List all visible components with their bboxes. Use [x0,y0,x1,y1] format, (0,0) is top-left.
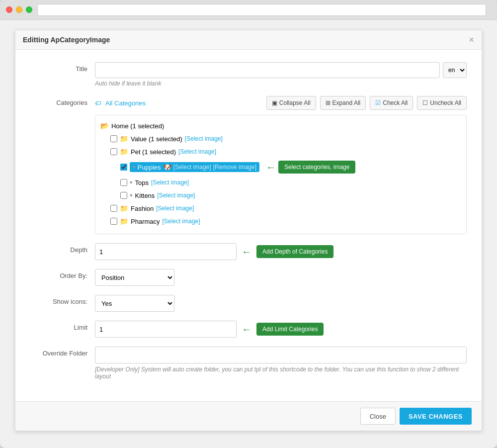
override-hint: [Developer Only] System will auto create… [95,366,467,380]
puppies-remove-image-link[interactable]: [Remove image] [213,164,256,171]
dot-icon-kittens: • [130,191,133,199]
lang-select[interactable]: en [443,62,467,78]
show-icons-content: Yes No [95,295,467,312]
override-folder-row: Override Folder [Developer Only] System … [30,347,467,380]
tops-select-image-link[interactable]: [Select image] [151,179,189,186]
kittens-select-image-link[interactable]: [Select image] [157,192,195,199]
close-button[interactable]: Close [360,408,396,425]
title-input-group: en [95,62,467,78]
modal-close-button[interactable]: × [469,35,474,44]
modal-wrapper: Editting ApCategoryImage × Title en [0,20,497,441]
modal-footer: Close SAVE CHANGES [15,401,482,431]
show-icons-label: Show icons: [30,295,95,305]
tag-icon: 🏷 [95,99,101,107]
folder-icon-value: 📁 [120,135,128,143]
modal-body: Title en Auto hide if leave it blank Cat… [15,50,482,401]
collapse-all-button[interactable]: ▣ Collapse All [266,96,316,110]
limit-tooltip-box: Add Limit Categories [256,323,324,336]
kittens-checkbox[interactable] [120,192,127,199]
minimize-window-button[interactable] [16,6,22,13]
pharmacy-select-image-link[interactable]: [Select image] [163,218,200,225]
title-row: Title en Auto hide if leave it blank [30,62,467,87]
puppy-icon: 🐶 [163,163,171,171]
app-window: Editting ApCategoryImage × Title en [0,0,497,448]
override-folder-input[interactable] [95,347,467,363]
expand-all-button[interactable]: ⊞ Expand All [320,96,366,110]
uncheck-icon: ☐ [422,99,428,106]
categories-content: 🏷 All Categories ▣ Collapse All ⊞ Expand… [95,96,467,234]
all-categories-link[interactable]: All Categories [105,99,146,107]
title-input[interactable] [95,62,440,78]
plus-icon: ⊞ [326,99,331,106]
category-tree: 📂 Home (1 selected) 📁 Value (1 selected)… [95,115,467,234]
maximize-window-button[interactable] [26,6,32,13]
pet-checkbox[interactable] [110,148,117,155]
override-folder-label: Override Folder [30,347,95,357]
puppies-checkbox[interactable] [120,164,127,171]
home-row: 📂 Home (1 selected) [100,120,461,131]
pharmacy-checkbox[interactable] [110,218,117,225]
fashion-checkbox[interactable] [110,205,117,212]
tops-row: • Tops [Select image] [100,177,461,188]
modal-header: Editting ApCategoryImage × [15,30,482,50]
limit-input[interactable] [95,321,237,338]
depth-content: ← Add Depth of Categories [95,243,467,260]
folder-icon-home: 📂 [100,122,109,130]
dot-icon-tops: • [130,179,133,186]
pet-row: 📁 Pet (1 selected) [Select image] [100,146,461,157]
tops-checkbox[interactable] [120,179,127,186]
title-hint: Auto hide if leave it blank [95,80,467,87]
depth-input[interactable] [95,243,237,260]
order-by-select[interactable]: Position Name ID [95,269,174,286]
url-bar[interactable] [37,4,486,16]
modal-title: Editting ApCategoryImage [23,36,110,44]
tops-label: Tops [135,179,149,186]
folder-icon-pharmacy: 📁 [120,217,128,225]
puppies-select-image-link[interactable]: [Select image] [173,164,211,171]
folder-icon-fashion: 📁 [120,204,128,212]
depth-label: Depth [30,243,95,254]
puppies-label: Puppies [138,164,161,171]
close-window-button[interactable] [6,6,12,13]
puppies-row: • Puppies 🐶 [Select image] [Remove image… [100,159,461,175]
depth-input-row: ← Add Depth of Categories [95,243,467,260]
check-icon: ☑ [375,99,381,106]
value-row: 📁 Value (1 selected) [Select image] [100,133,461,144]
order-by-label: Order By: [30,269,95,279]
kittens-row: • Kittens [Select image] [100,190,461,201]
check-all-button[interactable]: ☑ Check All [370,96,413,110]
order-by-content: Position Name ID [95,269,467,286]
show-icons-row: Show icons: Yes No [30,295,467,312]
value-select-image-link[interactable]: [Select image] [185,135,223,142]
fashion-row: 📁 Fashion [Select image] [100,203,461,214]
pet-select-image-link[interactable]: [Select image] [178,148,216,155]
limit-label: Limit [30,321,95,331]
traffic-lights [6,6,32,13]
pet-label: Pet (1 selected) [131,148,176,156]
titlebar [0,0,497,20]
categories-tooltip-box: Select categories, image [278,161,355,174]
puppies-selected-item: • Puppies 🐶 [Select image] [Remove image… [130,162,259,172]
pharmacy-label: Pharmacy [131,218,160,225]
depth-tooltip-arrow: ← [242,246,251,258]
home-label: Home (1 selected) [111,122,164,130]
limit-row: Limit ← Add Limit Categories [30,321,467,338]
value-checkbox[interactable] [110,135,117,142]
fashion-label: Fashion [131,205,154,212]
limit-tooltip-arrow: ← [242,324,251,335]
override-folder-content: [Developer Only] System will auto create… [95,347,467,380]
uncheck-all-button[interactable]: ☐ Uncheck All [417,96,467,110]
minus-icon: ▣ [272,99,277,106]
order-by-row: Order By: Position Name ID [30,269,467,286]
categories-row: Categories 🏷 All Categories ▣ Collapse A… [30,96,467,234]
pharmacy-row: 📁 Pharmacy [Select image] [100,216,461,227]
dot-icon-puppies: • [133,163,136,171]
fashion-select-image-link[interactable]: [Select image] [156,205,194,212]
title-label: Title [30,62,95,73]
show-icons-select[interactable]: Yes No [95,295,174,312]
value-label: Value (1 selected) [131,135,182,143]
kittens-label: Kittens [135,192,155,199]
limit-content: ← Add Limit Categories [95,321,467,338]
save-changes-button[interactable]: SAVE CHANGES [400,408,472,425]
depth-row: Depth ← Add Depth of Categories [30,243,467,260]
